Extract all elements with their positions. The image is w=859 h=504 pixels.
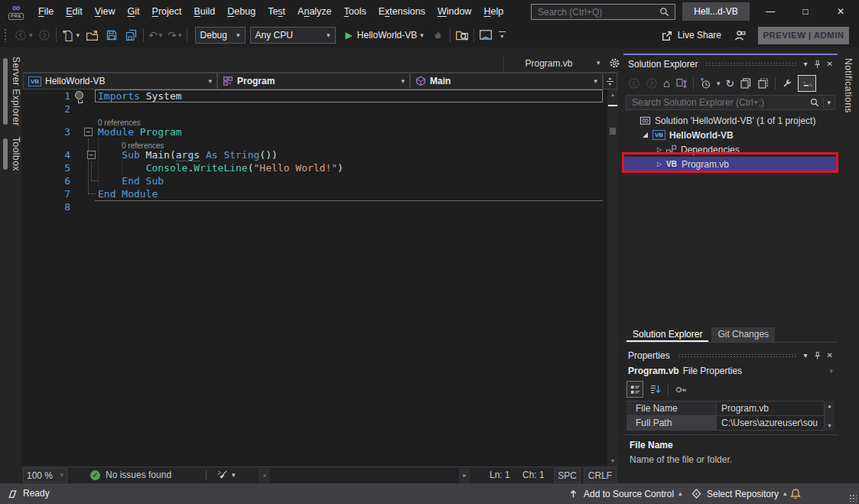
alphabetical-sort-icon[interactable] [649,383,662,395]
minimize-button[interactable]: — [753,0,788,23]
encoding-indicator[interactable]: SPC [554,468,581,483]
search-icon[interactable] [809,97,820,108]
tool-tab-notifications[interactable]: Notifications [838,57,859,115]
menu-git[interactable]: Git [122,0,146,23]
pin-icon[interactable] [812,60,822,70]
code-line-2[interactable]: 2 [21,102,607,115]
back-dropdown-caret[interactable]: ▾ [29,32,33,39]
fold-collapse-box[interactable]: − [84,128,93,136]
solution-configuration-dropdown[interactable]: Debug ▾ [195,27,246,44]
window-position-caret[interactable]: ▾ [804,352,808,359]
menu-extensions[interactable]: Extensions [373,0,431,23]
navigate-forward-button[interactable] [37,26,51,44]
menu-tools[interactable]: Tools [338,0,373,23]
solution-explorer-search-box[interactable]: ▾ [626,95,835,110]
property-row-file-name[interactable]: File NameProgram.vb [626,402,835,416]
code-line-4[interactable]: 4− Sub Main(args As String()) [21,148,607,161]
hscroll-left-button[interactable]: ◂ [259,468,270,483]
nav-type-dropdown[interactable]: Program ▾ [217,73,410,89]
property-value[interactable]: C:\Users\azureuser\sou [717,416,835,430]
redo-dropdown-caret[interactable]: ▾ [178,32,182,39]
menu-window[interactable]: Window [431,0,477,23]
fold-collapse-box[interactable]: − [87,151,96,159]
startup-dropdown-caret[interactable]: ▾ [420,32,424,39]
maximize-button[interactable]: □ [788,0,823,23]
save-button[interactable] [105,26,119,44]
scroll-up-icon[interactable]: ▲ [825,401,835,411]
menu-help[interactable]: Help [477,0,509,23]
nav-project-dropdown[interactable]: VB HelloWorld-VB ▾ [23,73,217,89]
back-icon[interactable] [628,77,640,89]
menu-build[interactable]: Build [188,0,222,23]
save-all-button[interactable] [125,26,138,44]
editor-options-gear-icon[interactable] [609,57,620,69]
line-indicator[interactable]: Ln: 1 [490,470,510,480]
feedback-button[interactable] [733,26,747,44]
menu-debug[interactable]: Debug [221,0,262,23]
vertical-scroll-thumb[interactable] [610,128,616,135]
zoom-dropdown[interactable]: 100 % ▾ [23,468,67,483]
preview-selected-items-toggle[interactable] [798,75,816,92]
lightbulb-icon[interactable] [75,91,83,99]
undo-button[interactable]: ↶ [148,29,158,41]
code-line-5[interactable]: 5 Console.WriteLine("Hello World!") [21,161,607,174]
issues-status-label[interactable]: No issues found [106,470,171,480]
categorized-view-button[interactable] [626,381,643,398]
redo-button[interactable]: ↷ [168,29,177,41]
new-file-dropdown-caret[interactable]: ▾ [76,32,80,39]
sync-with-active-document-icon[interactable] [675,77,688,89]
refresh-icon[interactable]: ↻ [726,79,735,89]
new-file-button[interactable] [61,26,75,44]
live-share-button[interactable]: Live Share [661,29,721,42]
close-button[interactable]: ✕ [823,0,858,23]
properties-scrollbar[interactable]: ▲ ▼ [824,401,835,431]
solution-search-input[interactable] [630,96,809,109]
horizontal-scrollbar-track[interactable] [270,468,459,483]
start-debugging-button[interactable]: ▶ [346,30,353,41]
pending-changes-filter-icon[interactable] [699,77,711,89]
solution-platform-dropdown[interactable]: Any CPU ▾ [250,27,336,44]
preview-admin-button[interactable]: PREVIEW | ADMIN [758,27,849,44]
open-file-button[interactable] [85,26,99,44]
panel-tab-git-changes[interactable]: Git Changes [711,327,775,342]
code-line-8[interactable]: 8 [21,200,607,213]
toolbar-grip[interactable] [4,28,8,42]
web-browser-button[interactable] [479,26,493,44]
menu-file[interactable]: File [32,0,60,23]
toolbar-overflow-button[interactable]: ▾ [499,31,506,40]
search-icon[interactable] [659,6,670,18]
filter-caret[interactable]: ▾ [717,80,721,87]
menu-test[interactable]: Test [262,0,291,23]
select-repository-button[interactable]: Select Repository ▴ [691,488,787,499]
panel-tab-solution-explorer[interactable]: Solution Explorer [626,327,708,342]
forward-icon[interactable] [646,77,658,89]
property-row-full-path[interactable]: Full PathC:\Users\azureuser\sou [626,416,835,431]
title-drag-grip[interactable] [678,353,796,358]
title-drag-grip[interactable] [705,62,796,67]
undo-dropdown-caret[interactable]: ▾ [159,32,163,39]
resize-grip[interactable] [849,494,857,502]
column-indicator[interactable]: Ch: 1 [522,470,545,480]
code-cleanup-button[interactable]: ▾ [217,470,236,481]
scroll-up-icon[interactable]: ▲ [607,89,618,100]
startup-project-label[interactable]: HelloWorld-VB [357,30,417,41]
tree-item-helloworld-vb[interactable]: VBHelloWorld-VB [623,128,838,142]
code-line-6[interactable]: 6 End Sub [21,174,607,187]
tool-tab-toolbox[interactable]: Toolbox [0,135,21,173]
find-in-files-button[interactable] [455,26,469,44]
editor-vertical-scrollbar[interactable]: ▲ ▼ [607,89,618,467]
menu-analyze[interactable]: Analyze [291,0,337,23]
tool-tab-server-explorer[interactable]: Server Explorer [0,55,21,128]
hot-reload-button[interactable] [431,26,445,44]
collapse-all-icon[interactable] [740,77,752,89]
selected-object-dropdown[interactable]: Program.vb File Properties ▾ [628,364,833,378]
code-line-1[interactable]: 1Imports System [21,89,607,102]
pin-icon[interactable] [812,351,822,361]
menu-edit[interactable]: Edit [60,0,89,23]
properties-title-bar[interactable]: Properties ▾ ✕ [623,347,838,364]
nav-member-dropdown[interactable]: Main ▾ [410,73,603,89]
quick-search-input[interactable] [536,6,659,18]
close-panel-icon[interactable]: ✕ [827,60,833,68]
health-indicator-icon[interactable]: ✓ [90,470,100,480]
tree-item-solution-helloworld-vb-1-of-1-project-[interactable]: Solution 'HelloWorld-VB' (1 of 1 project… [623,113,838,128]
